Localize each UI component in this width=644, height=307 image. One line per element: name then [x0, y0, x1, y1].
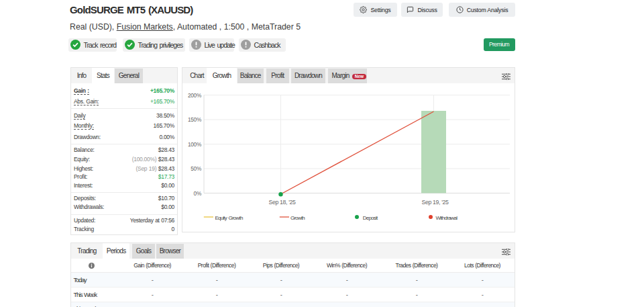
- svg-text:Growth: Growth: [290, 215, 305, 221]
- svg-text:0%: 0%: [194, 190, 202, 197]
- svg-text:Sep 19, '25: Sep 19, '25: [422, 199, 449, 206]
- svg-text:100%: 100%: [188, 141, 202, 148]
- svg-text:150%: 150%: [188, 116, 202, 123]
- svg-text:Equity Growth: Equity Growth: [215, 215, 243, 221]
- svg-text:Withdrawal: Withdrawal: [436, 215, 458, 221]
- svg-text:200%: 200%: [188, 92, 202, 99]
- svg-text:50%: 50%: [191, 165, 202, 172]
- svg-text:Deposit: Deposit: [363, 215, 378, 221]
- svg-text:Sep 18, '25: Sep 18, '25: [269, 199, 296, 206]
